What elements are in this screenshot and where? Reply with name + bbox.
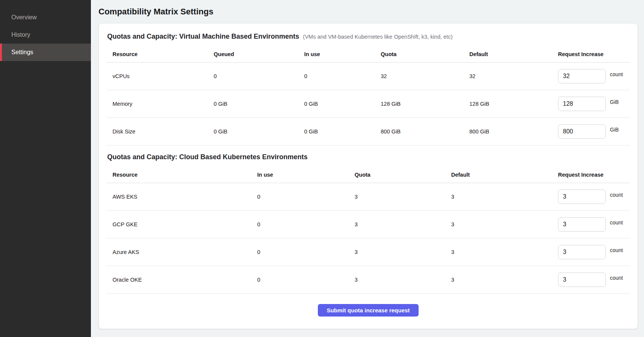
quota-value: 32: [381, 73, 469, 79]
in-use-value: 0: [304, 73, 381, 79]
sidebar-item-label: Settings: [11, 49, 33, 56]
default-value: 3: [451, 249, 558, 255]
column-header-resource: Resource: [113, 172, 257, 178]
unit-label: count: [610, 71, 623, 77]
resource-name: Memory: [113, 101, 214, 107]
column-header-request-increase: Request Increase: [558, 172, 624, 178]
sidebar-item-settings[interactable]: Settings: [0, 44, 91, 61]
default-value: 32: [469, 73, 558, 79]
resource-name: AWS EKS: [113, 194, 257, 200]
unit-label: count: [610, 192, 623, 198]
in-use-value: 0 GiB: [304, 101, 381, 107]
table-row-aws-eks: AWS EKS 0 3 3 count: [106, 183, 630, 211]
in-use-value: 0: [257, 277, 355, 283]
column-header-in-use: In use: [304, 51, 381, 57]
column-header-resource: Resource: [113, 51, 214, 57]
queued-value: 0 GiB: [214, 101, 304, 107]
quota-value: 800 GiB: [381, 129, 469, 135]
gcp-gke-request-input[interactable]: [558, 217, 606, 232]
table-row-oracle-oke: Oracle OKE 0 3 3 count: [106, 266, 630, 294]
in-use-value: 0: [257, 221, 355, 227]
cloud-section-header: Quotas and Capacity: Cloud Based Kuberne…: [106, 153, 630, 161]
column-header-quota: Quota: [355, 172, 451, 178]
column-header-quota: Quota: [381, 51, 469, 57]
unit-label: count: [610, 219, 623, 226]
column-header-default: Default: [451, 172, 558, 178]
quota-value: 128 GiB: [381, 101, 469, 107]
card-footer: Submit quota increase request: [106, 294, 630, 317]
quota-value: 3: [355, 249, 451, 255]
vm-table-header-row: Resource Queued In use Quota Default Req…: [106, 46, 630, 63]
sidebar-item-label: Overview: [11, 14, 37, 21]
cloud-table-header-row: Resource In use Quota Default Request In…: [106, 166, 630, 183]
quota-value: 3: [355, 194, 451, 200]
table-row-memory: Memory 0 GiB 0 GiB 128 GiB 128 GiB GiB: [106, 90, 630, 118]
oracle-oke-request-input[interactable]: [558, 273, 606, 287]
quota-value: 3: [355, 221, 451, 227]
table-row-disk-size: Disk Size 0 GiB 0 GiB 800 GiB 800 GiB Gi…: [106, 118, 630, 146]
default-value: 3: [451, 221, 558, 227]
memory-request-input[interactable]: [558, 97, 606, 111]
default-value: 3: [451, 194, 558, 200]
sidebar-item-history[interactable]: History: [0, 26, 91, 44]
resource-name: Oracle OKE: [113, 277, 257, 283]
sidebar: Overview History Settings: [0, 0, 91, 337]
submit-quota-increase-button[interactable]: Submit quota increase request: [318, 304, 418, 317]
vm-section-title: Quotas and Capacity: Virtual Machine Bas…: [107, 33, 299, 41]
table-row-vcpus: vCPUs 0 0 32 32 count: [106, 63, 630, 90]
unit-label: count: [610, 247, 623, 253]
in-use-value: 0 GiB: [304, 129, 381, 135]
active-indicator: [0, 44, 2, 61]
default-value: 3: [451, 277, 558, 283]
vm-table: Resource Queued In use Quota Default Req…: [106, 46, 630, 146]
in-use-value: 0: [257, 249, 355, 255]
vm-section-header: Quotas and Capacity: Virtual Machine Bas…: [106, 33, 630, 41]
in-use-value: 0: [257, 194, 355, 200]
column-header-in-use: In use: [257, 172, 355, 178]
resource-name: GCP GKE: [113, 221, 257, 227]
queued-value: 0: [214, 73, 304, 79]
cloud-table: Resource In use Quota Default Request In…: [106, 166, 630, 294]
vm-section-subtitle: (VMs and VM-based Kubernetes like OpenSh…: [303, 34, 453, 40]
column-header-request-increase: Request Increase: [558, 51, 624, 57]
sidebar-item-label: History: [11, 31, 30, 38]
page-title: Compatibility Matrix Settings: [98, 7, 638, 17]
unit-label: GiB: [610, 99, 619, 105]
settings-card: Quotas and Capacity: Virtual Machine Bas…: [98, 23, 638, 329]
column-header-queued: Queued: [214, 51, 304, 57]
azure-aks-request-input[interactable]: [558, 245, 606, 259]
default-value: 800 GiB: [469, 129, 558, 135]
quota-value: 3: [355, 277, 451, 283]
sidebar-item-overview[interactable]: Overview: [0, 9, 91, 26]
main-content: Compatibility Matrix Settings Quotas and…: [91, 0, 644, 337]
vcpus-request-input[interactable]: [558, 69, 606, 83]
resource-name: Disk Size: [113, 129, 214, 135]
cloud-section-title: Quotas and Capacity: Cloud Based Kuberne…: [107, 153, 308, 161]
unit-label: count: [610, 275, 623, 281]
table-row-gcp-gke: GCP GKE 0 3 3 count: [106, 211, 630, 238]
table-row-azure-aks: Azure AKS 0 3 3 count: [106, 238, 630, 266]
aws-eks-request-input[interactable]: [558, 190, 606, 204]
disk-size-request-input[interactable]: [558, 124, 606, 139]
queued-value: 0 GiB: [214, 129, 304, 135]
resource-name: Azure AKS: [113, 249, 257, 255]
unit-label: GiB: [610, 127, 619, 133]
default-value: 128 GiB: [469, 101, 558, 107]
resource-name: vCPUs: [113, 73, 214, 79]
column-header-default: Default: [469, 51, 558, 57]
